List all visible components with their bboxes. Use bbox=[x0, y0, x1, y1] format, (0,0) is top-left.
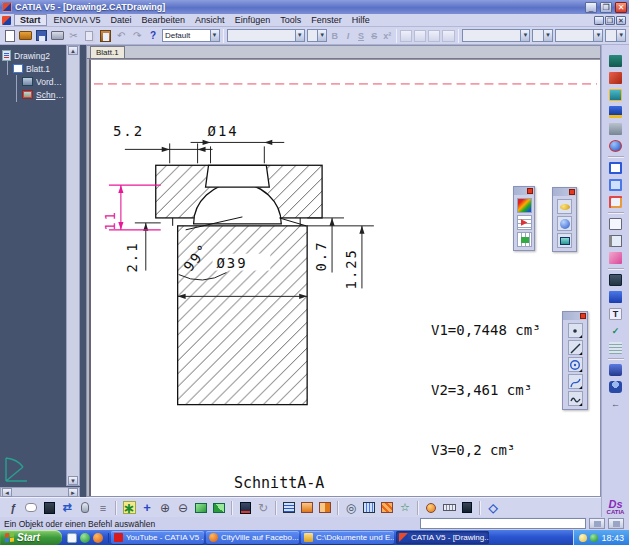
menu-start[interactable]: Start bbox=[14, 14, 47, 26]
sphere-icon[interactable] bbox=[557, 216, 572, 231]
menu-einfuegen[interactable]: Einfügen bbox=[230, 15, 276, 25]
frame-size-dropdown[interactable]: ▼ bbox=[532, 29, 553, 42]
scroll-left-icon[interactable]: ◄ bbox=[2, 488, 12, 497]
taskbar-task-explorer[interactable]: C:\Dokumente und E... bbox=[301, 531, 394, 544]
frame-icon[interactable] bbox=[607, 216, 625, 232]
superscript-button[interactable]: x² bbox=[382, 31, 393, 41]
bold-button[interactable]: B bbox=[329, 31, 340, 41]
command-input[interactable] bbox=[420, 518, 586, 529]
anchor-icon[interactable] bbox=[414, 30, 426, 42]
align-icon[interactable] bbox=[400, 30, 412, 42]
ellipse-icon[interactable] bbox=[557, 199, 572, 214]
formula-icon[interactable]: ƒ bbox=[5, 500, 21, 516]
taskbar-task-catia[interactable]: CATIA V5 - [Drawing... bbox=[396, 531, 489, 544]
ruler-icon[interactable] bbox=[441, 500, 457, 516]
italic-button[interactable]: I bbox=[342, 31, 353, 41]
table-icon[interactable] bbox=[517, 232, 532, 247]
swap-icon[interactable]: ⇄ bbox=[59, 500, 75, 516]
font-dropdown[interactable]: ▼ bbox=[227, 29, 305, 42]
check-icon[interactable]: ✓ bbox=[607, 323, 625, 339]
globe-icon[interactable] bbox=[607, 138, 625, 154]
user-icon[interactable] bbox=[607, 379, 625, 395]
scroll-up-icon[interactable]: ▲ bbox=[68, 46, 78, 55]
curve-icon[interactable] bbox=[568, 391, 583, 406]
redo-icon[interactable]: ↷ bbox=[130, 28, 144, 43]
exit-workbench-icon[interactable] bbox=[607, 70, 625, 86]
box-icon[interactable] bbox=[607, 289, 625, 305]
restore-button[interactable]: ❐ bbox=[600, 2, 612, 13]
sketch-icon[interactable] bbox=[607, 250, 625, 266]
text-position-icon[interactable] bbox=[442, 30, 454, 42]
graph-icon[interactable] bbox=[607, 194, 625, 210]
underline-button[interactable]: S bbox=[356, 31, 367, 41]
save-icon[interactable] bbox=[35, 28, 49, 43]
fit-all-icon[interactable]: ∗ bbox=[121, 500, 137, 516]
print-icon[interactable] bbox=[51, 28, 65, 43]
multi-view-icon[interactable] bbox=[211, 500, 227, 516]
toolbar-title-bar[interactable] bbox=[553, 188, 576, 196]
strikethrough-button[interactable]: S bbox=[369, 31, 380, 41]
drawing-sheet[interactable]: 5.2 Ø14 11 2.1 99° Ø39 0.7 1.25 V1=0,744… bbox=[89, 59, 600, 496]
mdi-close-button[interactable]: ✕ bbox=[616, 16, 626, 25]
close-icon[interactable] bbox=[580, 313, 586, 319]
eraser-icon[interactable]: ◇ bbox=[485, 500, 501, 516]
line-icon[interactable] bbox=[568, 340, 583, 355]
new-view-icon[interactable] bbox=[607, 233, 625, 249]
zoom-in-icon[interactable]: ⊕ bbox=[157, 500, 173, 516]
wizard-icon[interactable]: ☆ bbox=[397, 500, 413, 516]
window-light-icon[interactable] bbox=[607, 177, 625, 193]
fly-mode-icon[interactable] bbox=[237, 500, 253, 516]
toolbar-title-bar[interactable] bbox=[514, 187, 534, 195]
sheet-icon[interactable] bbox=[317, 500, 333, 516]
box-icon[interactable] bbox=[557, 233, 572, 248]
frame-text-icon[interactable] bbox=[428, 30, 440, 42]
menu-enovia[interactable]: ENOVIA V5 bbox=[49, 15, 106, 25]
update-icon[interactable] bbox=[607, 53, 625, 69]
back-arrow-icon[interactable]: ← bbox=[607, 396, 625, 412]
font-size-dropdown[interactable]: ▼ bbox=[307, 29, 328, 42]
tree-horizontal-scrollbar[interactable]: ◄ ► bbox=[0, 487, 80, 497]
start-button[interactable]: Start bbox=[0, 530, 62, 545]
minimize-button[interactable]: _ bbox=[585, 2, 597, 13]
anchor-size-dropdown[interactable]: ▼ bbox=[605, 29, 626, 42]
quicklaunch-firefox-icon[interactable] bbox=[93, 533, 103, 543]
menu-bearbeiten[interactable]: Bearbeiten bbox=[137, 15, 191, 25]
calculator-icon[interactable] bbox=[41, 500, 57, 516]
close-button[interactable]: ✕ bbox=[615, 2, 627, 13]
image-icon[interactable] bbox=[607, 272, 625, 288]
close-icon[interactable] bbox=[527, 188, 533, 194]
tree-node-section-view[interactable]: SchnittA-A bbox=[2, 88, 64, 101]
menu-tools[interactable]: Tools bbox=[275, 15, 306, 25]
quicklaunch-messenger-icon[interactable] bbox=[80, 533, 90, 543]
table-icon[interactable] bbox=[281, 500, 297, 516]
filter-icon[interactable] bbox=[459, 500, 475, 516]
chat-icon[interactable] bbox=[23, 500, 39, 516]
frame-dropdown[interactable]: ▼ bbox=[462, 29, 531, 42]
lamp-icon[interactable] bbox=[423, 500, 439, 516]
format-table-icon[interactable] bbox=[379, 500, 395, 516]
undo-icon[interactable]: ↶ bbox=[114, 28, 128, 43]
taskbar-task-youtube[interactable]: YouTube - CATIA V5 ... bbox=[111, 531, 204, 544]
compass-axis-icon[interactable] bbox=[2, 454, 30, 484]
sheet-tab[interactable]: Blatt.1 bbox=[90, 46, 125, 58]
menu-datei[interactable]: Datei bbox=[106, 15, 137, 25]
quicklaunch-document-icon[interactable] bbox=[67, 533, 77, 543]
taskbar-task-cityville[interactable]: CityVille auf Facebo... bbox=[206, 531, 299, 544]
window-blue-icon[interactable] bbox=[607, 160, 625, 176]
paste-icon[interactable] bbox=[98, 28, 112, 43]
text-icon[interactable]: T bbox=[607, 306, 625, 322]
options-icon[interactable]: ≡ bbox=[95, 500, 111, 516]
power-input-icon[interactable] bbox=[589, 518, 605, 529]
mouse-icon[interactable] bbox=[77, 500, 93, 516]
grid-icon[interactable] bbox=[361, 500, 377, 516]
point-icon[interactable] bbox=[568, 323, 583, 338]
open-icon[interactable] bbox=[19, 28, 33, 43]
status-help-icon[interactable] bbox=[608, 518, 624, 529]
scroll-right-icon[interactable]: ► bbox=[68, 488, 78, 497]
menu-ansicht[interactable]: Ansicht bbox=[190, 15, 230, 25]
zoom-out-icon[interactable]: ⊖ bbox=[175, 500, 191, 516]
pan-icon[interactable]: + bbox=[139, 500, 155, 516]
toolbar-title-bar[interactable] bbox=[563, 312, 587, 320]
wall-icon[interactable] bbox=[607, 87, 625, 103]
cut-icon[interactable]: ✂ bbox=[67, 28, 81, 43]
